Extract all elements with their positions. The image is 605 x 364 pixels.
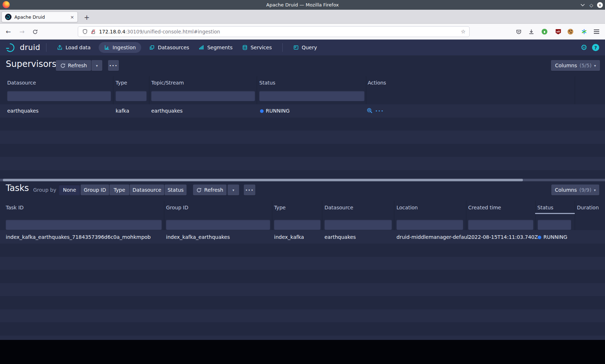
task-group-id: index_kafka_earthquakes [166, 234, 230, 240]
nav-item-ingestion[interactable]: Ingestion [99, 42, 142, 53]
supervisor-detail-magnifier-icon[interactable] [367, 108, 373, 115]
back-button[interactable]: ← [4, 27, 13, 36]
container-asterisk-icon[interactable] [581, 28, 588, 35]
task-datasource: earthquakes [324, 234, 356, 240]
url-bar[interactable]: 172.18.0.4:30109/unified-console.html#in… [78, 26, 470, 37]
group-by-status-button[interactable]: Status [165, 185, 187, 195]
services-icon [242, 45, 248, 50]
badger-glyph [542, 29, 547, 35]
nav-item-datasources[interactable]: Datasources [149, 45, 189, 50]
filter-input-created-time[interactable] [468, 220, 533, 230]
column-header-datasource[interactable]: Datasource [7, 80, 36, 86]
new-tab-button[interactable]: + [82, 13, 91, 22]
filter-input-group-id[interactable] [166, 220, 270, 230]
column-header-task-id[interactable]: Task ID [6, 205, 24, 210]
task-location: druid-middlemanager-defaul... [396, 234, 473, 240]
column-header-duration[interactable]: Duration [577, 205, 599, 210]
window-title: Apache Druid — Mozilla Firefox [0, 0, 605, 10]
supervisors-refresh-button[interactable]: Refresh [56, 60, 91, 71]
horizontal-scrollbar-track[interactable] [0, 179, 605, 181]
pocket-icon[interactable] [515, 28, 522, 35]
window-minimize-button[interactable] [580, 2, 586, 8]
task-id: index_kafka_earthquakes_7184357396d6c0a_… [6, 234, 151, 240]
forward-button[interactable]: → [17, 27, 27, 36]
tasks-refresh-button[interactable]: Refresh [193, 185, 227, 195]
supervisors-columns-button[interactable]: Columns (5/5) ▾ [551, 60, 600, 71]
tasks-title: Tasks [6, 183, 29, 193]
group-by-none-button[interactable]: None [59, 185, 80, 195]
column-header-location[interactable]: Location [396, 205, 418, 210]
url-path: :30109/unified-console.html#ingestion [125, 29, 220, 35]
tab-title: Apache Druid [14, 14, 70, 20]
browser-tab[interactable]: Apache Druid × [1, 12, 78, 22]
cookie-glyph [568, 29, 573, 35]
cookie-extension-icon[interactable] [567, 28, 574, 35]
column-header-actions[interactable]: Actions [368, 80, 386, 86]
group-by-type-button[interactable]: Type [109, 185, 129, 195]
reload-button[interactable] [30, 27, 40, 36]
tab-close-button[interactable]: × [70, 14, 74, 20]
column-header-datasource[interactable]: Datasource [324, 205, 353, 210]
filter-input-location[interactable] [396, 220, 463, 230]
druid-navbar: druid Load data Ingestion Datasources [0, 40, 605, 55]
tasks-refresh-caret-button[interactable]: ▾ [228, 185, 239, 195]
ublock-origin-icon[interactable]: uO [555, 28, 562, 35]
column-header-created-time[interactable]: Created time [468, 205, 501, 210]
supervisors-title: Supervisors [6, 59, 57, 69]
column-header-type[interactable]: Type [116, 80, 127, 86]
supervisor-type: kafka [116, 108, 129, 114]
column-header-status[interactable]: Status [259, 80, 275, 86]
desktop-background [0, 340, 605, 364]
empty-row [0, 322, 605, 336]
supervisors-refresh-caret-button[interactable]: ▾ [91, 60, 102, 71]
load-data-icon [57, 45, 63, 50]
nav-item-segments[interactable]: Segments [198, 45, 232, 50]
tracking-shield-icon[interactable] [82, 29, 88, 35]
download-icon[interactable] [528, 28, 535, 35]
supervisor-actions-more-icon[interactable]: ••• [375, 109, 384, 113]
close-icon: × [599, 3, 601, 7]
nav-item-services[interactable]: Services [242, 45, 272, 50]
group-by-datasource-button[interactable]: Datasource [130, 185, 164, 195]
column-header-group-id[interactable]: Group ID [166, 205, 188, 210]
window-close-button[interactable]: × [597, 2, 603, 8]
supervisors-more-button[interactable]: ••• [108, 60, 119, 71]
help-icon[interactable]: ? [592, 44, 599, 51]
privacy-badger-icon[interactable] [541, 28, 548, 35]
column-header-topic-stream[interactable]: Topic/Stream [151, 80, 184, 86]
refresh-icon [60, 63, 66, 68]
empty-row [0, 170, 605, 179]
menu-hamburger-icon[interactable] [593, 28, 600, 35]
filter-input-status[interactable] [259, 91, 364, 101]
nav-item-load-data[interactable]: Load data [57, 45, 91, 50]
columns-count: (5/5) [579, 63, 591, 68]
bookmark-star-icon[interactable]: ☆ [461, 28, 466, 35]
column-header-type[interactable]: Type [274, 205, 286, 210]
filter-input-task-id[interactable] [6, 220, 162, 230]
insecure-lock-icon[interactable] [90, 29, 96, 35]
tasks-columns-button[interactable]: Columns (9/9) ▾ [551, 185, 599, 195]
filter-input-datasource[interactable] [324, 220, 392, 230]
filter-input-type[interactable] [274, 220, 321, 230]
filter-input-datasource[interactable] [7, 91, 111, 101]
horizontal-scrollbar-thumb[interactable] [3, 179, 523, 181]
task-status: RUNNING [543, 234, 567, 240]
filter-input-topic-stream[interactable] [151, 91, 255, 101]
column-header-status[interactable]: Status [537, 205, 554, 210]
druid-logo[interactable]: druid [5, 42, 40, 53]
group-by-group-id-button[interactable]: Group ID [81, 185, 109, 195]
empty-row [0, 296, 605, 309]
nav-item-label: Segments [207, 45, 232, 50]
filter-input-status[interactable] [538, 220, 571, 230]
gear-icon[interactable]: ⚙ [581, 44, 587, 51]
refresh-label: Refresh [68, 63, 87, 68]
url-host: 172.18.0.4 [99, 29, 125, 35]
nav-item-query[interactable]: Query [293, 45, 317, 50]
tasks-more-button[interactable]: ••• [244, 185, 255, 195]
ingestion-icon [104, 45, 110, 50]
window-maximize-button[interactable]: ◇ [588, 2, 594, 8]
navbar-divider [46, 43, 46, 52]
query-icon [293, 45, 299, 50]
columns-label: Columns [555, 63, 577, 68]
filter-input-type[interactable] [116, 91, 147, 101]
